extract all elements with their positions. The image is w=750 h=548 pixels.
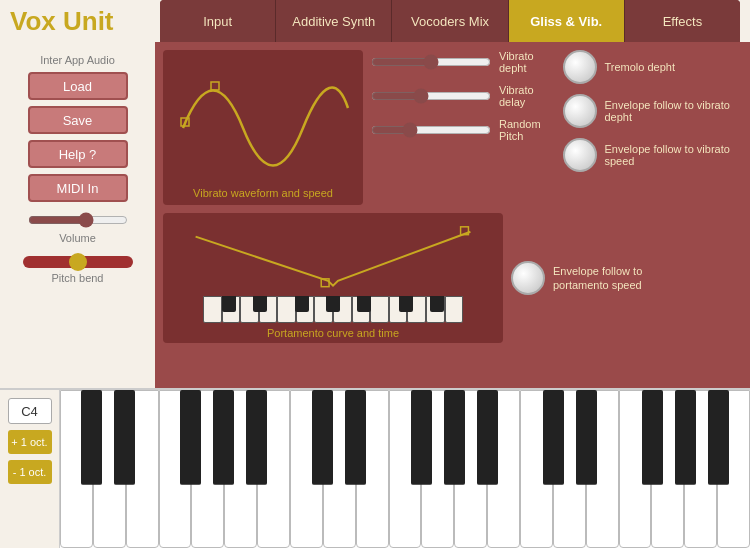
env-vibrato-speed-row: Envelope follow to vibrato speed bbox=[563, 138, 743, 172]
app-title: Vox Unit bbox=[10, 6, 160, 37]
mini-keyboard bbox=[203, 296, 463, 323]
pitch-bend-thumb[interactable] bbox=[69, 253, 87, 271]
waveform-svg bbox=[173, 68, 353, 188]
mini-black-key[interactable] bbox=[399, 296, 413, 312]
mini-black-key[interactable] bbox=[326, 296, 340, 312]
tab-gliss-vib[interactable]: Gliss & Vib. bbox=[509, 0, 625, 42]
white-key-e2[interactable] bbox=[356, 390, 389, 548]
octave-down-button[interactable]: - 1 oct. bbox=[8, 460, 52, 484]
mini-black-key[interactable] bbox=[430, 296, 444, 312]
mini-white-key[interactable] bbox=[370, 296, 389, 323]
portamento-box: Portamento curve and time bbox=[163, 213, 503, 343]
vibrato-depht-row: Vibrato depht bbox=[371, 50, 551, 74]
white-key-g2[interactable] bbox=[421, 390, 454, 548]
white-key-f3[interactable] bbox=[619, 390, 652, 548]
tab-vocoders-mix[interactable]: Vocoders Mix bbox=[392, 0, 508, 42]
white-key-d[interactable] bbox=[93, 390, 126, 548]
vibrato-delay-row: Vibrato delay bbox=[371, 84, 551, 108]
save-button[interactable]: Save bbox=[28, 106, 128, 134]
mini-black-key[interactable] bbox=[357, 296, 371, 312]
vibrato-depht-label: Vibrato depht bbox=[499, 50, 551, 74]
white-key-c3[interactable] bbox=[520, 390, 553, 548]
white-key-f[interactable] bbox=[159, 390, 192, 548]
white-key-b[interactable] bbox=[257, 390, 290, 548]
pitch-bend-label: Pitch bend bbox=[52, 272, 104, 284]
env-vibrato-depht-knob[interactable] bbox=[563, 94, 597, 128]
mini-white-key[interactable] bbox=[445, 296, 464, 323]
white-key-a2[interactable] bbox=[454, 390, 487, 548]
volume-slider[interactable] bbox=[28, 212, 128, 228]
tremolo-depht-row: Tremolo depht bbox=[563, 50, 743, 84]
white-key-d2[interactable] bbox=[323, 390, 356, 548]
white-key-c[interactable] bbox=[60, 390, 93, 548]
pitch-bend-control: Pitch bend bbox=[15, 252, 140, 284]
svg-rect-1 bbox=[211, 82, 219, 90]
env-vibrato-depht-row: Envelope follow to vibrato depht bbox=[563, 94, 743, 128]
env-portamento-label: Envelope follow toportamento speed bbox=[553, 264, 642, 293]
help-button[interactable]: Help ? bbox=[28, 140, 128, 168]
left-knob-group: Vibrato depht Vibrato delay Random Pitch bbox=[371, 50, 551, 205]
mini-black-key[interactable] bbox=[295, 296, 309, 312]
white-keys bbox=[60, 390, 750, 548]
volume-label: Volume bbox=[59, 232, 96, 244]
right-knob-group: Tremolo depht Envelope follow to vibrato… bbox=[563, 50, 743, 205]
inter-app-label: Inter App Audio bbox=[40, 54, 115, 66]
white-key-g[interactable] bbox=[191, 390, 224, 548]
white-key-c2[interactable] bbox=[290, 390, 323, 548]
pitch-bend-bar[interactable] bbox=[23, 256, 133, 268]
random-pitch-row: Random Pitch bbox=[371, 118, 551, 142]
vibrato-delay-label: Vibrato delay bbox=[499, 84, 551, 108]
env-portamento-knob[interactable] bbox=[511, 261, 545, 295]
vibrato-waveform-box: Vibrato waveform and speed bbox=[163, 50, 363, 205]
tab-input[interactable]: Input bbox=[160, 0, 276, 42]
white-key-d3[interactable] bbox=[553, 390, 586, 548]
white-key-e3[interactable] bbox=[586, 390, 619, 548]
tab-additive-synth[interactable]: Additive Synth bbox=[276, 0, 392, 42]
vibrato-waveform-label: Vibrato waveform and speed bbox=[193, 187, 333, 199]
random-pitch-slider[interactable] bbox=[371, 122, 491, 138]
piano-controls: C4 + 1 oct. - 1 oct. bbox=[0, 390, 60, 548]
content-area: Vibrato waveform and speed Vibrato depht… bbox=[155, 42, 750, 388]
white-key-a[interactable] bbox=[224, 390, 257, 548]
vibrato-depht-slider[interactable] bbox=[371, 54, 491, 70]
sidebar: Inter App Audio Load Save Help ? MIDI In… bbox=[0, 42, 155, 388]
white-key-a3[interactable] bbox=[684, 390, 717, 548]
portamento-svg bbox=[173, 217, 493, 296]
piano-keys bbox=[60, 390, 750, 548]
top-section: Vibrato waveform and speed Vibrato depht… bbox=[163, 50, 742, 205]
random-pitch-label: Random Pitch bbox=[499, 118, 551, 142]
tremolo-depht-knob[interactable] bbox=[563, 50, 597, 84]
white-key-e[interactable] bbox=[126, 390, 159, 548]
bottom-section: Portamento curve and time Envelope follo… bbox=[163, 213, 742, 343]
octave-up-button[interactable]: + 1 oct. bbox=[8, 430, 52, 454]
env-portamento-row: Envelope follow toportamento speed bbox=[511, 261, 742, 295]
main-area: Inter App Audio Load Save Help ? MIDI In… bbox=[0, 42, 750, 388]
load-button[interactable]: Load bbox=[28, 72, 128, 100]
env-vibrato-depht-label: Envelope follow to vibrato depht bbox=[605, 99, 743, 123]
midi-in-button[interactable]: MIDI In bbox=[28, 174, 128, 202]
env-vibrato-speed-knob[interactable] bbox=[563, 138, 597, 172]
white-key-b3[interactable] bbox=[717, 390, 750, 548]
volume-control: Volume bbox=[15, 212, 140, 244]
mini-white-key[interactable] bbox=[277, 296, 296, 323]
portamento-right-knobs: Envelope follow toportamento speed bbox=[511, 213, 742, 343]
mini-black-key[interactable] bbox=[253, 296, 267, 312]
tab-bar: Input Additive Synth Vocoders Mix Gliss … bbox=[160, 0, 740, 42]
header: Vox Unit Input Additive Synth Vocoders M… bbox=[0, 0, 750, 42]
mini-black-key[interactable] bbox=[222, 296, 236, 312]
portamento-label: Portamento curve and time bbox=[267, 327, 399, 339]
tremolo-depht-label: Tremolo depht bbox=[605, 61, 676, 73]
vibrato-delay-slider[interactable] bbox=[371, 88, 491, 104]
white-key-b2[interactable] bbox=[487, 390, 520, 548]
mini-white-key[interactable] bbox=[203, 296, 222, 323]
note-display: C4 bbox=[8, 398, 52, 424]
white-key-f2[interactable] bbox=[389, 390, 422, 548]
piano-section: C4 + 1 oct. - 1 oct. bbox=[0, 388, 750, 548]
white-key-g3[interactable] bbox=[651, 390, 684, 548]
middle-controls: Vibrato depht Vibrato delay Random Pitch bbox=[371, 50, 742, 205]
env-vibrato-speed-label: Envelope follow to vibrato speed bbox=[605, 143, 743, 167]
tab-effects[interactable]: Effects bbox=[625, 0, 740, 42]
